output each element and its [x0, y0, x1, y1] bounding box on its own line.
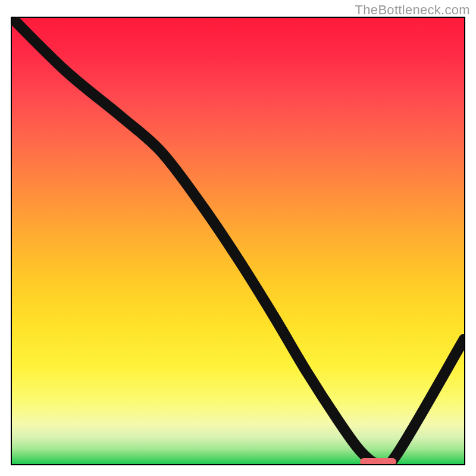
bottleneck-chart: TheBottleneck.com [0, 0, 476, 476]
bottleneck-curve [12, 18, 464, 464]
watermark-text: TheBottleneck.com [355, 2, 470, 18]
plot-area [11, 17, 465, 465]
curve-path [12, 18, 464, 464]
optimal-range-marker [360, 458, 396, 465]
